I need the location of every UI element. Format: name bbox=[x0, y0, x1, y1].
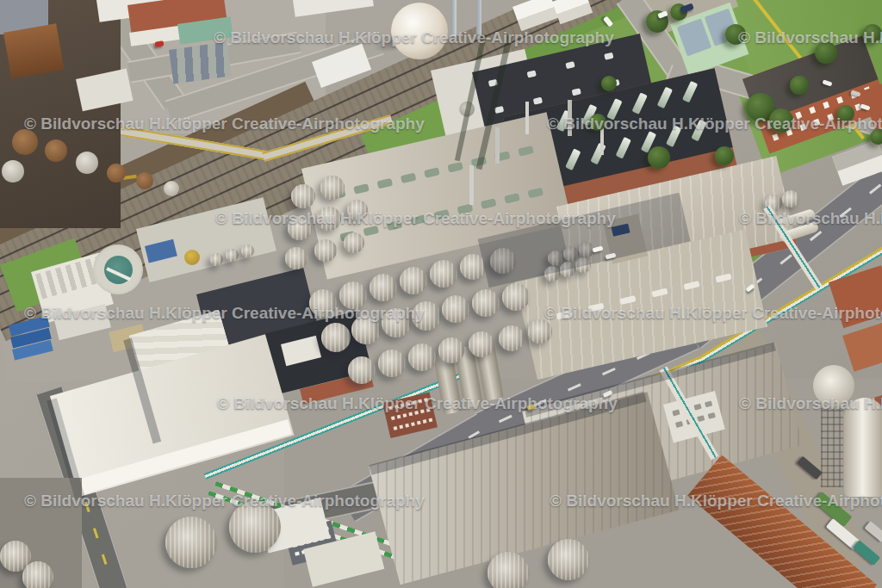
watermark-text: © Bildvorschau H.Klöpper Creative-Airpho… bbox=[24, 304, 425, 323]
silo-tank bbox=[321, 323, 351, 352]
roof-east2-detail bbox=[716, 273, 732, 282]
brick-building-right-2 bbox=[842, 323, 882, 372]
tree bbox=[648, 146, 670, 169]
rust-platform bbox=[3, 23, 64, 78]
watermark-text: © Bildvorschau H.Klöpper Creative-Airpho… bbox=[217, 394, 618, 413]
brick-roof-detail bbox=[657, 87, 673, 109]
silo-tank bbox=[408, 344, 436, 371]
road-bottom-left-detail bbox=[93, 528, 99, 538]
silo-tank bbox=[782, 190, 799, 207]
hall-dark-detail bbox=[533, 97, 543, 105]
hall-dark-detail bbox=[527, 70, 537, 77]
hall-dark-detail bbox=[604, 53, 613, 60]
brick-win-detail bbox=[391, 416, 395, 420]
pale-hall-detail bbox=[527, 188, 543, 199]
brick-win-detail bbox=[423, 419, 427, 424]
silo-tank bbox=[348, 356, 376, 384]
silo-tank bbox=[22, 561, 53, 588]
watermark-text: © Bildvorschau H.Klöpper Creative-Airpho… bbox=[547, 115, 882, 133]
brick-roof-detail bbox=[565, 148, 581, 170]
storage-tank-d bbox=[107, 164, 126, 183]
silo-tank bbox=[344, 232, 364, 253]
watermark-text: © Bildvorschau H.Klöpper Creative-Airpho… bbox=[739, 394, 882, 413]
roof-east2-detail bbox=[651, 288, 668, 298]
vent-stack-a bbox=[469, 165, 474, 205]
tower-white-br-detail bbox=[821, 408, 843, 487]
storage-tank-e bbox=[2, 160, 24, 183]
silo-tank bbox=[548, 539, 589, 580]
building-white-br-detail bbox=[708, 412, 716, 419]
silo-tank bbox=[499, 325, 525, 351]
silo-tank bbox=[320, 176, 345, 200]
silo-tank bbox=[502, 283, 530, 311]
brick-office-detail bbox=[772, 133, 779, 141]
silo-tank bbox=[378, 350, 406, 377]
building-white-br-detail bbox=[672, 410, 680, 417]
pale-hall-detail bbox=[424, 167, 440, 178]
brick-win-detail bbox=[417, 421, 421, 425]
silo-tank bbox=[165, 517, 217, 568]
building-white-br-detail bbox=[675, 421, 683, 428]
road-bottom-left-detail bbox=[102, 554, 108, 565]
storage-tank-g bbox=[164, 181, 179, 196]
silo-tank bbox=[314, 239, 337, 262]
watermark-text: © Bildvorschau H.Klöpper Creative-Airpho… bbox=[215, 209, 616, 228]
road-main-middle-detail bbox=[568, 383, 581, 391]
pale-hall-detail bbox=[377, 178, 394, 189]
hall-dark-detail bbox=[572, 88, 581, 96]
silo-tank bbox=[291, 184, 315, 208]
brick-win-detail bbox=[411, 422, 415, 426]
silo-tank bbox=[472, 289, 500, 317]
watermark-text: © Bildvorschau H.Klöpper Creative-Airpho… bbox=[24, 492, 425, 511]
road-main-middle-detail bbox=[602, 368, 616, 375]
building-white-br-detail bbox=[705, 400, 712, 407]
silo-tank bbox=[438, 337, 464, 363]
brick-office-detail bbox=[823, 102, 829, 109]
brick-win-detail bbox=[399, 424, 403, 429]
brick-win-detail bbox=[394, 426, 398, 430]
watermark-text: © Bildvorschau H.Klöpper Creative-Airpho… bbox=[738, 28, 882, 47]
silo-tank bbox=[400, 267, 427, 294]
roof-white-center bbox=[293, 0, 374, 17]
facade-grid-detail bbox=[295, 552, 300, 556]
brick-win-detail bbox=[397, 415, 401, 419]
storage-tank-f bbox=[136, 172, 153, 189]
road-main-middle-detail bbox=[499, 415, 512, 423]
watermark-text: © Bildvorschau H.Klöpper Creative-Airpho… bbox=[550, 492, 882, 511]
hall-dark-detail bbox=[565, 61, 575, 69]
silo-tank bbox=[528, 319, 552, 344]
tank-yellow bbox=[184, 250, 200, 265]
road-main-upper-detail bbox=[780, 254, 792, 264]
silo-tank bbox=[210, 253, 223, 266]
brick-roof-detail bbox=[632, 92, 648, 115]
brick-office-detail bbox=[809, 107, 816, 115]
silo-tank bbox=[285, 247, 307, 269]
tree bbox=[715, 146, 734, 165]
watermark-text: © Bildvorschau H.Klöpper Creative-Airpho… bbox=[24, 115, 425, 133]
road-main-upper-detail bbox=[869, 183, 881, 194]
watermark-text: © Bildvorschau H.Klöpper Creative-Airpho… bbox=[214, 28, 614, 47]
silo-tank bbox=[370, 274, 397, 301]
storage-tank-b bbox=[45, 139, 67, 162]
silo-tank bbox=[226, 249, 239, 262]
silo-tank bbox=[442, 295, 469, 323]
vent-stack-b bbox=[495, 127, 500, 164]
pale-hall-detail bbox=[518, 145, 534, 157]
pale-hall-detail bbox=[353, 183, 370, 195]
watermark-text: © Bildvorschau H.Klöpper Creative-Airpho… bbox=[739, 209, 882, 228]
silo-tank bbox=[488, 552, 529, 588]
silo-tank bbox=[430, 260, 457, 288]
pale-hall-detail bbox=[401, 173, 417, 184]
tree bbox=[790, 76, 809, 95]
silo-tank bbox=[469, 331, 494, 357]
aerial-photo: © Bildvorschau H.Klöpper Creative-Airpho… bbox=[0, 0, 882, 588]
building-white-br-detail bbox=[693, 404, 701, 411]
brick-roof-detail bbox=[682, 81, 698, 103]
brick-roof-detail bbox=[616, 137, 631, 159]
vent-stack-c bbox=[525, 102, 529, 134]
silo-tank bbox=[241, 244, 254, 257]
watermark-text: © Bildvorschau H.Klöpper Creative-Airpho… bbox=[544, 304, 882, 323]
pale-hall-detail bbox=[447, 162, 463, 173]
pale-hall-detail bbox=[504, 193, 520, 204]
brick-win-detail bbox=[405, 424, 409, 428]
